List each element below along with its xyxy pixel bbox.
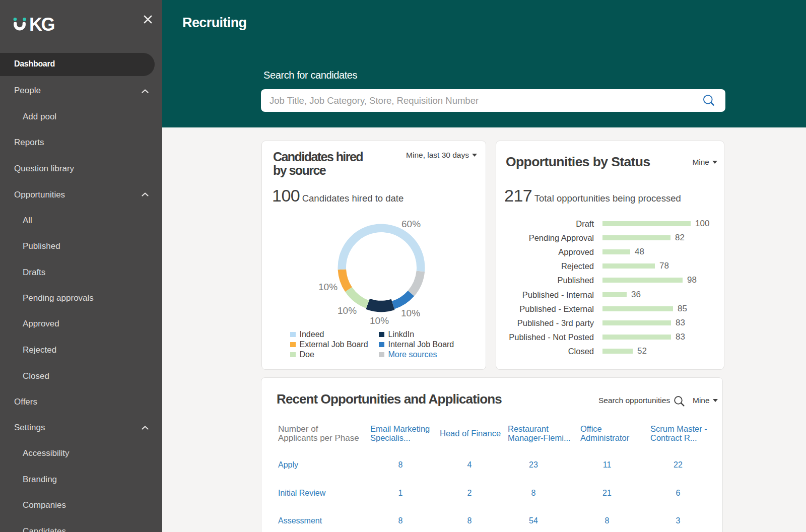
svg-text:KG: KG xyxy=(29,14,54,34)
